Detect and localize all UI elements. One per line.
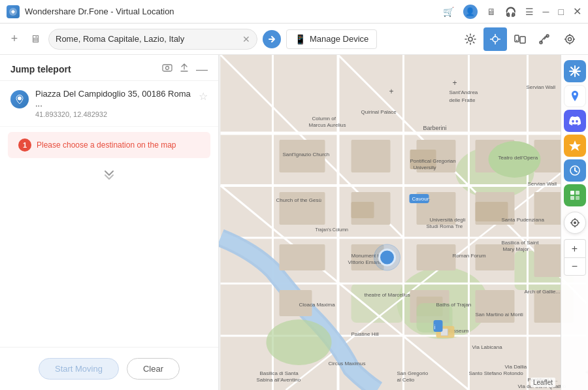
- svg-text:Teatro dell'Opera: Teatro dell'Opera: [498, 155, 538, 161]
- sidebar-star-icon[interactable]: [564, 135, 586, 157]
- svg-point-13: [568, 37, 572, 41]
- svg-rect-54: [476, 290, 515, 323]
- manage-device-label: Manage Device: [310, 34, 368, 44]
- title-bar: Wondershare Dr.Fone - Virtual Location 🛒…: [0, 0, 588, 24]
- svg-rect-129: [576, 191, 580, 195]
- svg-text:Quirinal Palace: Quirinal Palace: [361, 109, 397, 115]
- svg-rect-8: [520, 37, 525, 43]
- svg-text:Cavour: Cavour: [412, 196, 429, 202]
- joystick-icon-btn[interactable]: [483, 27, 507, 51]
- map-area[interactable]: Barberini Sant'Andrea delle Fratte Servi…: [219, 55, 588, 390]
- svg-rect-128: [570, 191, 574, 195]
- svg-rect-18: [163, 65, 172, 71]
- svg-text:San Martino ai Monti: San Martino ai Monti: [476, 312, 524, 317]
- error-message: 1 Please choose a destination on the map: [8, 132, 210, 158]
- svg-text:Sant'Andrea: Sant'Andrea: [449, 89, 478, 95]
- svg-text:University: University: [414, 165, 436, 171]
- headphones-icon[interactable]: 🎧: [505, 7, 516, 17]
- svg-point-1: [468, 37, 472, 41]
- search-go-button[interactable]: [263, 30, 281, 48]
- svg-text:Basilica di Santa: Basilica di Santa: [260, 370, 299, 376]
- location-details: Piazza Del Campidoglio 35, 00186 Roma ..…: [35, 89, 192, 118]
- map-attribution: Leaflet: [531, 378, 555, 387]
- search-clear-button[interactable]: ✕: [242, 34, 250, 44]
- cart-icon[interactable]: 🛒: [443, 7, 454, 17]
- svg-text:Roman Forum: Roman Forum: [453, 253, 486, 259]
- screen-icon[interactable]: 🖥: [487, 7, 496, 17]
- phone-icon: 📱: [295, 34, 306, 44]
- route-icon-btn[interactable]: [533, 27, 557, 51]
- svg-rect-42: [351, 140, 391, 172]
- settings-icon-btn[interactable]: [459, 27, 482, 51]
- clear-button[interactable]: Clear: [127, 358, 180, 380]
- svg-rect-60: [351, 202, 374, 218]
- search-bar: ✕: [48, 29, 257, 50]
- svg-text:San Gregorio: San Gregorio: [397, 370, 429, 376]
- svg-text:Church of the Gesù: Church of the Gesù: [276, 197, 321, 203]
- left-panel: Jump teleport —: [0, 55, 219, 390]
- location-icon: [10, 90, 29, 108]
- locate-button[interactable]: [564, 212, 586, 234]
- minimize-button[interactable]: ─: [543, 7, 549, 17]
- sidebar-clock-icon[interactable]: [564, 159, 586, 182]
- sidebar-green-icon[interactable]: [564, 184, 586, 206]
- location-star-button[interactable]: ☆: [199, 90, 208, 103]
- svg-rect-130: [570, 196, 574, 200]
- svg-text:Circus Maximus: Circus Maximus: [329, 361, 366, 366]
- svg-text:al Celio: al Celio: [397, 377, 415, 383]
- svg-text:Università degli: Università degli: [430, 217, 466, 223]
- svg-text:Basilica of Saint: Basilica of Saint: [502, 240, 540, 246]
- svg-text:Marcus Aurelius: Marcus Aurelius: [309, 122, 346, 128]
- svg-text:+: +: [389, 87, 394, 96]
- panel-minimize-icon[interactable]: —: [196, 63, 208, 75]
- svg-text:Cloaca Maxima: Cloaca Maxima: [299, 302, 336, 308]
- location-coords: 41.893320, 12.482932: [35, 110, 192, 118]
- right-sidebar: + −: [561, 55, 588, 390]
- zoom-controls: + −: [564, 239, 586, 276]
- two-devices-icon-btn[interactable]: [508, 27, 532, 51]
- location-item: Piazza Del Campidoglio 35, 00186 Roma ..…: [0, 81, 218, 127]
- svg-text:Baths of Trajan: Baths of Trajan: [436, 302, 472, 308]
- svg-text:Sant'Ignazio Church: Sant'Ignazio Church: [283, 152, 330, 157]
- error-text: Please choose a destination on the map: [37, 140, 176, 150]
- account-icon[interactable]: 👤: [463, 5, 478, 19]
- app-title: Wondershare Dr.Fone - Virtual Location: [25, 7, 443, 16]
- sidebar-snowflake-icon[interactable]: [564, 60, 586, 82]
- target-icon-btn[interactable]: [558, 27, 581, 51]
- maximize-button[interactable]: □: [559, 7, 564, 17]
- title-controls: 🛒 👤 🖥 🎧 ☰ ─ □ ✕: [443, 5, 581, 19]
- svg-text:Mary Major: Mary Major: [503, 246, 529, 252]
- add-button[interactable]: +: [7, 31, 22, 47]
- svg-point-113: [374, 244, 400, 270]
- panel-screenshot-icon[interactable]: [162, 63, 172, 75]
- device-icon: 🖥: [27, 31, 43, 47]
- toolbar: + 🖥 ✕ 📱 Manage Device: [0, 24, 588, 55]
- svg-text:delle Fratte: delle Fratte: [449, 97, 476, 103]
- svg-rect-48: [280, 244, 325, 270]
- svg-point-133: [574, 221, 576, 224]
- menu-icon[interactable]: ☰: [525, 7, 534, 17]
- chevron-expand[interactable]: [0, 163, 218, 187]
- start-moving-button[interactable]: Start Moving: [39, 358, 119, 380]
- svg-point-123: [574, 93, 576, 95]
- search-input[interactable]: [56, 34, 238, 44]
- svg-point-64: [267, 319, 332, 365]
- svg-text:Palatine Hill: Palatine Hill: [351, 331, 379, 337]
- close-button[interactable]: ✕: [573, 5, 581, 18]
- manage-device-button[interactable]: 📱 Manage Device: [286, 29, 377, 49]
- svg-point-20: [18, 97, 22, 101]
- zoom-in-button[interactable]: +: [564, 239, 586, 257]
- location-name: Piazza Del Campidoglio 35, 00186 Roma ..…: [35, 89, 192, 108]
- svg-text:Barberini: Barberini: [423, 125, 447, 131]
- svg-line-127: [575, 171, 577, 172]
- svg-text:Servian Wall: Servian Wall: [528, 181, 557, 187]
- sidebar-maps-icon[interactable]: [564, 85, 586, 107]
- toolbar-nav-icons: [459, 27, 581, 51]
- error-number: 1: [18, 138, 31, 152]
- panel-header: Jump teleport —: [0, 55, 218, 81]
- svg-point-19: [166, 67, 169, 70]
- panel-export-icon[interactable]: [179, 63, 189, 75]
- sidebar-discord-icon[interactable]: [564, 110, 586, 132]
- zoom-out-button[interactable]: −: [564, 257, 586, 276]
- svg-marker-124: [569, 140, 581, 151]
